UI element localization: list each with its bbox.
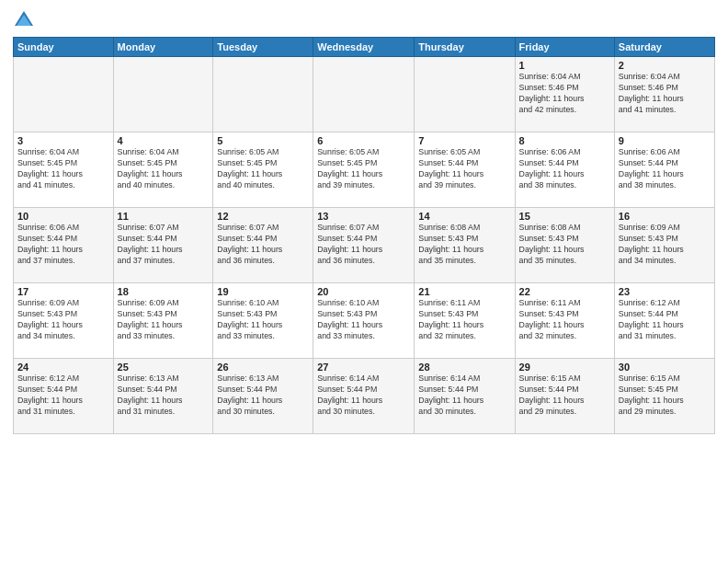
day-info: Sunrise: 6:13 AM Sunset: 5:44 PM Dayligh… xyxy=(217,373,309,418)
page: SundayMondayTuesdayWednesdayThursdayFrid… xyxy=(0,0,728,563)
day-info: Sunrise: 6:04 AM Sunset: 5:45 PM Dayligh… xyxy=(17,147,109,191)
calendar-cell: 8Sunrise: 6:06 AM Sunset: 5:44 PM Daylig… xyxy=(515,132,614,208)
day-info: Sunrise: 6:11 AM Sunset: 5:43 PM Dayligh… xyxy=(519,298,610,342)
day-info: Sunrise: 6:05 AM Sunset: 5:45 PM Dayligh… xyxy=(317,147,410,191)
day-info: Sunrise: 6:08 AM Sunset: 5:43 PM Dayligh… xyxy=(418,223,510,267)
day-number: 8 xyxy=(519,135,610,146)
day-info: Sunrise: 6:11 AM Sunset: 5:43 PM Dayligh… xyxy=(418,298,510,342)
calendar: SundayMondayTuesdayWednesdayThursdayFrid… xyxy=(13,37,715,434)
day-number: 26 xyxy=(217,362,309,373)
calendar-header-saturday: Saturday xyxy=(614,38,714,57)
calendar-cell: 9Sunrise: 6:06 AM Sunset: 5:44 PM Daylig… xyxy=(614,132,714,208)
calendar-cell: 14Sunrise: 6:08 AM Sunset: 5:43 PM Dayli… xyxy=(415,208,515,283)
calendar-cell: 21Sunrise: 6:11 AM Sunset: 5:43 PM Dayli… xyxy=(415,283,515,359)
day-info: Sunrise: 6:15 AM Sunset: 5:45 PM Dayligh… xyxy=(619,373,711,418)
calendar-cell: 1Sunrise: 6:04 AM Sunset: 5:46 PM Daylig… xyxy=(515,57,614,132)
calendar-cell: 26Sunrise: 6:13 AM Sunset: 5:44 PM Dayli… xyxy=(213,359,313,434)
day-number: 18 xyxy=(118,286,210,297)
calendar-cell: 16Sunrise: 6:09 AM Sunset: 5:43 PM Dayli… xyxy=(614,208,714,283)
calendar-header-friday: Friday xyxy=(515,38,614,57)
calendar-week-5: 24Sunrise: 6:12 AM Sunset: 5:44 PM Dayli… xyxy=(14,359,715,434)
day-info: Sunrise: 6:05 AM Sunset: 5:45 PM Dayligh… xyxy=(217,147,309,191)
day-number: 22 xyxy=(519,286,610,297)
day-number: 9 xyxy=(619,135,711,146)
day-number: 28 xyxy=(418,362,510,373)
calendar-header-sunday: Sunday xyxy=(14,38,114,57)
calendar-cell: 5Sunrise: 6:05 AM Sunset: 5:45 PM Daylig… xyxy=(213,132,313,208)
day-number: 30 xyxy=(619,362,711,373)
calendar-cell: 4Sunrise: 6:04 AM Sunset: 5:45 PM Daylig… xyxy=(113,132,213,208)
day-number: 12 xyxy=(217,211,309,222)
day-number: 29 xyxy=(519,362,610,373)
calendar-cell: 27Sunrise: 6:14 AM Sunset: 5:44 PM Dayli… xyxy=(313,359,415,434)
day-info: Sunrise: 6:07 AM Sunset: 5:44 PM Dayligh… xyxy=(317,223,410,267)
day-number: 21 xyxy=(418,286,510,297)
calendar-header-row: SundayMondayTuesdayWednesdayThursdayFrid… xyxy=(14,38,715,57)
day-info: Sunrise: 6:09 AM Sunset: 5:43 PM Dayligh… xyxy=(619,223,711,267)
calendar-cell: 13Sunrise: 6:07 AM Sunset: 5:44 PM Dayli… xyxy=(313,208,415,283)
calendar-cell: 18Sunrise: 6:09 AM Sunset: 5:43 PM Dayli… xyxy=(113,283,213,359)
header xyxy=(13,9,715,31)
calendar-week-2: 3Sunrise: 6:04 AM Sunset: 5:45 PM Daylig… xyxy=(14,132,715,208)
day-number: 1 xyxy=(519,60,610,71)
calendar-cell xyxy=(113,57,213,132)
logo-icon xyxy=(13,9,35,31)
calendar-cell xyxy=(14,57,114,132)
day-info: Sunrise: 6:14 AM Sunset: 5:44 PM Dayligh… xyxy=(317,373,410,418)
day-number: 25 xyxy=(118,362,210,373)
calendar-cell: 24Sunrise: 6:12 AM Sunset: 5:44 PM Dayli… xyxy=(14,359,114,434)
day-number: 7 xyxy=(418,135,510,146)
day-info: Sunrise: 6:04 AM Sunset: 5:45 PM Dayligh… xyxy=(118,147,210,191)
calendar-cell: 3Sunrise: 6:04 AM Sunset: 5:45 PM Daylig… xyxy=(14,132,114,208)
day-info: Sunrise: 6:14 AM Sunset: 5:44 PM Dayligh… xyxy=(418,373,510,418)
calendar-cell: 25Sunrise: 6:13 AM Sunset: 5:44 PM Dayli… xyxy=(113,359,213,434)
day-number: 27 xyxy=(317,362,410,373)
calendar-cell: 10Sunrise: 6:06 AM Sunset: 5:44 PM Dayli… xyxy=(14,208,114,283)
calendar-cell: 12Sunrise: 6:07 AM Sunset: 5:44 PM Dayli… xyxy=(213,208,313,283)
day-number: 11 xyxy=(118,211,210,222)
day-number: 13 xyxy=(317,211,410,222)
day-number: 4 xyxy=(118,135,210,146)
calendar-cell: 11Sunrise: 6:07 AM Sunset: 5:44 PM Dayli… xyxy=(113,208,213,283)
calendar-cell xyxy=(313,57,415,132)
calendar-week-4: 17Sunrise: 6:09 AM Sunset: 5:43 PM Dayli… xyxy=(14,283,715,359)
calendar-cell xyxy=(415,57,515,132)
calendar-week-3: 10Sunrise: 6:06 AM Sunset: 5:44 PM Dayli… xyxy=(14,208,715,283)
day-number: 19 xyxy=(217,286,309,297)
calendar-cell: 6Sunrise: 6:05 AM Sunset: 5:45 PM Daylig… xyxy=(313,132,415,208)
calendar-header-thursday: Thursday xyxy=(415,38,515,57)
calendar-cell: 2Sunrise: 6:04 AM Sunset: 5:46 PM Daylig… xyxy=(614,57,714,132)
day-number: 5 xyxy=(217,135,309,146)
day-info: Sunrise: 6:06 AM Sunset: 5:44 PM Dayligh… xyxy=(519,147,610,191)
day-info: Sunrise: 6:12 AM Sunset: 5:44 PM Dayligh… xyxy=(17,373,109,418)
calendar-header-tuesday: Tuesday xyxy=(213,38,313,57)
day-info: Sunrise: 6:15 AM Sunset: 5:44 PM Dayligh… xyxy=(519,373,610,418)
day-info: Sunrise: 6:05 AM Sunset: 5:44 PM Dayligh… xyxy=(418,147,510,191)
day-number: 10 xyxy=(17,211,109,222)
day-number: 16 xyxy=(619,211,711,222)
day-info: Sunrise: 6:04 AM Sunset: 5:46 PM Dayligh… xyxy=(619,72,711,116)
day-number: 23 xyxy=(619,286,711,297)
calendar-week-1: 1Sunrise: 6:04 AM Sunset: 5:46 PM Daylig… xyxy=(14,57,715,132)
day-number: 6 xyxy=(317,135,410,146)
day-info: Sunrise: 6:12 AM Sunset: 5:44 PM Dayligh… xyxy=(619,298,711,342)
day-number: 17 xyxy=(17,286,109,297)
day-number: 24 xyxy=(17,362,109,373)
day-info: Sunrise: 6:08 AM Sunset: 5:43 PM Dayligh… xyxy=(519,223,610,267)
calendar-cell: 7Sunrise: 6:05 AM Sunset: 5:44 PM Daylig… xyxy=(415,132,515,208)
calendar-cell xyxy=(213,57,313,132)
day-number: 3 xyxy=(17,135,109,146)
day-info: Sunrise: 6:07 AM Sunset: 5:44 PM Dayligh… xyxy=(217,223,309,267)
day-number: 14 xyxy=(418,211,510,222)
calendar-cell: 15Sunrise: 6:08 AM Sunset: 5:43 PM Dayli… xyxy=(515,208,614,283)
day-info: Sunrise: 6:10 AM Sunset: 5:43 PM Dayligh… xyxy=(217,298,309,342)
day-info: Sunrise: 6:10 AM Sunset: 5:43 PM Dayligh… xyxy=(317,298,410,342)
day-number: 15 xyxy=(519,211,610,222)
calendar-cell: 17Sunrise: 6:09 AM Sunset: 5:43 PM Dayli… xyxy=(14,283,114,359)
day-number: 2 xyxy=(619,60,711,71)
calendar-header-wednesday: Wednesday xyxy=(313,38,415,57)
day-info: Sunrise: 6:06 AM Sunset: 5:44 PM Dayligh… xyxy=(619,147,711,191)
logo xyxy=(13,9,39,31)
day-info: Sunrise: 6:09 AM Sunset: 5:43 PM Dayligh… xyxy=(17,298,109,342)
calendar-cell: 20Sunrise: 6:10 AM Sunset: 5:43 PM Dayli… xyxy=(313,283,415,359)
